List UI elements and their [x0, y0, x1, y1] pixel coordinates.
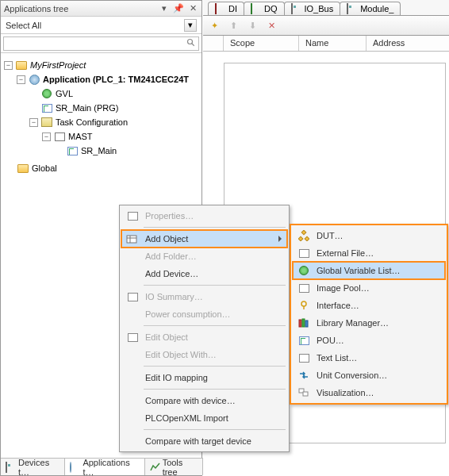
visualization-icon: [296, 385, 312, 401]
down-arrow-icon[interactable]: ⬇: [246, 19, 259, 32]
tab-tools-label: Tools tree: [163, 458, 198, 477]
close-icon[interactable]: ✕: [187, 3, 198, 14]
tree-node-mast[interactable]: − MAST: [4, 129, 201, 144]
menu-library-manager[interactable]: Library Manager…: [293, 314, 445, 332]
menu-separator: [144, 325, 286, 326]
svg-rect-11: [302, 319, 305, 327]
menu-plcopen[interactable]: PLCOpenXML Import: [121, 409, 287, 427]
application-label: Application (PLC_1: TM241CEC24T: [43, 75, 189, 84]
global-label: Global: [32, 163, 57, 173]
submenu-arrow-icon: [278, 236, 282, 242]
menu-separator: [144, 389, 286, 390]
menu-edit-io[interactable]: Edit IO mapping: [121, 369, 287, 386]
add-object-icon: [125, 231, 140, 247]
menu-text-list-label: Text List…: [317, 353, 357, 363]
menu-add-device[interactable]: Add Device…: [121, 265, 287, 282]
menu-visualization[interactable]: Visualization…: [293, 384, 445, 401]
collapse-icon[interactable]: −: [42, 132, 51, 141]
menu-add-folder: Add Folder…: [121, 248, 287, 265]
mast-label: MAST: [68, 132, 93, 141]
mast-icon: [53, 130, 66, 143]
tree-node-global[interactable]: Global: [4, 161, 201, 175]
menu-compare-target-label: Compare with target device: [145, 436, 251, 446]
menu-image-pool-label: Image Pool…: [317, 283, 370, 293]
collapse-icon[interactable]: −: [4, 61, 13, 70]
tree-node-srmain2[interactable]: SR_Main: [4, 144, 201, 158]
module-icon: [347, 4, 358, 13]
tab-devices[interactable]: Devices t…: [1, 459, 65, 475]
pou-icon: [296, 332, 312, 348]
svg-rect-14: [303, 392, 308, 396]
tree-node-gvl[interactable]: GVL: [4, 86, 201, 101]
menu-add-device-label: Add Device…: [145, 269, 198, 278]
menu-dut[interactable]: DUT…: [293, 227, 445, 244]
tab-dq[interactable]: DQ: [244, 2, 285, 15]
menu-global-variable-list[interactable]: Global Variable List…: [293, 262, 445, 279]
col-scope[interactable]: Scope: [224, 36, 299, 51]
menu-edit-object-label: Edit Object: [145, 332, 188, 342]
menu-add-object[interactable]: Add Object: [121, 230, 287, 248]
file-icon: [296, 245, 312, 261]
context-menu-add-object-submenu: DUT… External File… Global Variable List…: [290, 224, 448, 405]
menu-edit-object: Edit Object: [121, 328, 287, 346]
dut-icon: [296, 228, 312, 244]
tab-module[interactable]: Module_: [340, 2, 401, 15]
tab-applications[interactable]: Applications t…: [65, 459, 144, 475]
tree-node-application[interactable]: − Application (PLC_1: TM241CEC24T: [4, 72, 201, 86]
up-arrow-icon[interactable]: ⬆: [227, 19, 240, 32]
project-label: MyFirstProject: [30, 60, 86, 70]
menu-visualization-label: Visualization…: [317, 388, 374, 397]
menu-interface[interactable]: Interface…: [293, 297, 445, 314]
tab-di[interactable]: DI: [208, 2, 244, 15]
menu-separator: [144, 366, 286, 367]
iobus-icon: [291, 4, 302, 13]
menu-compare-device[interactable]: Compare with device…: [121, 392, 287, 409]
menu-pou[interactable]: POU…: [293, 332, 445, 349]
folder-icon: [15, 59, 28, 71]
tools-icon: [150, 463, 160, 472]
col-address[interactable]: Address: [366, 36, 449, 51]
wand-icon[interactable]: ✦: [208, 19, 221, 32]
svg-line-1: [192, 43, 194, 45]
menu-library-label: Library Manager…: [317, 318, 389, 328]
menu-external-file[interactable]: External File…: [293, 244, 445, 262]
panel-header: Applications tree ▾ 📌 ✕: [1, 1, 201, 17]
menu-compare-target[interactable]: Compare with target device: [121, 432, 287, 450]
tree-node-srmain[interactable]: SR_Main (PRG): [4, 101, 201, 115]
tree-node-taskcfg[interactable]: − Task Configuration: [4, 115, 201, 129]
collapse-icon[interactable]: −: [29, 118, 38, 127]
menu-unit-conv-label: Unit Conversion…: [317, 370, 387, 380]
svg-point-0: [188, 39, 193, 44]
select-all-dropdown-icon[interactable]: ▾: [184, 19, 197, 32]
menu-pou-label: POU…: [317, 336, 344, 345]
tab-devices-label: Devices t…: [18, 458, 59, 477]
library-icon: [296, 315, 312, 331]
search-icon: [186, 38, 196, 49]
menu-edit-io-label: Edit IO mapping: [145, 373, 208, 382]
select-all-row[interactable]: Select All ▾: [1, 17, 201, 34]
pin-icon[interactable]: 📌: [173, 3, 184, 14]
dropdown-icon[interactable]: ▾: [159, 3, 170, 14]
menu-unit-conversion[interactable]: Unit Conversion…: [293, 367, 445, 384]
tab-iobus[interactable]: IO_Bus: [284, 2, 341, 15]
search-row: [1, 34, 201, 53]
globe-icon: [296, 263, 312, 278]
tab-tools[interactable]: Tools tree: [145, 459, 203, 475]
devices-icon: [6, 463, 16, 472]
menu-image-pool[interactable]: Image Pool…: [293, 279, 445, 297]
collapse-icon[interactable]: −: [17, 75, 25, 84]
delete-icon[interactable]: ✕: [265, 19, 278, 32]
tree: − MyFirstProject − Application (PLC_1: T…: [1, 53, 201, 175]
table-header: Scope Name Address: [203, 36, 449, 52]
search-input[interactable]: [3, 36, 199, 51]
tree-node-project[interactable]: − MyFirstProject: [4, 58, 201, 72]
col-name[interactable]: Name: [299, 36, 366, 51]
text-list-icon: [296, 350, 312, 366]
menu-text-list[interactable]: Text List…: [293, 349, 445, 367]
edit-icon: [125, 329, 140, 345]
properties-icon: [125, 208, 140, 224]
srmain-label: SR_Main (PRG): [56, 103, 118, 113]
menu-power-label: Power consumption…: [145, 309, 231, 319]
menu-properties: Properties…: [121, 207, 287, 225]
prg-icon: [66, 144, 79, 157]
